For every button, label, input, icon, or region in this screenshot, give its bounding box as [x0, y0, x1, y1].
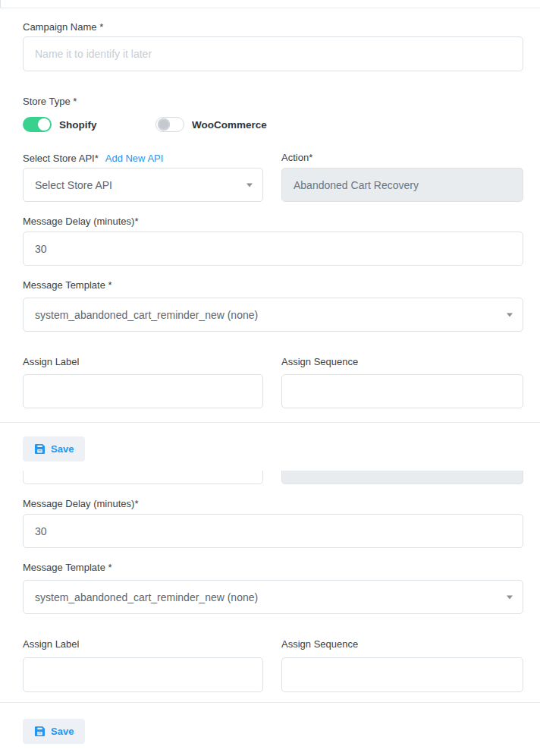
card-left-edge-tick — [0, 0, 1, 8]
woocommerce-toggle-label: WooCommerce — [192, 119, 267, 131]
chevron-down-icon — [246, 183, 253, 187]
store-type-woocommerce-option[interactable]: WooCommerce — [155, 117, 267, 132]
message-template-selected-value: system_abandoned_cart_reminder_new (none… — [35, 591, 511, 603]
action-label: Action* — [281, 153, 312, 163]
select-store-api-label: Select Store API* — [23, 153, 99, 164]
select-store-api-dropdown-clipped[interactable] — [23, 471, 263, 484]
message-delay-label: Message Delay (minutes)* — [23, 499, 138, 509]
save-button-label: Save — [51, 443, 74, 455]
campaign-form-page: Campaign Name * Store Type * Shopify Woo… — [0, 0, 540, 756]
select-store-api-selected-value: Select Store API — [35, 179, 251, 191]
assign-sequence-input[interactable] — [281, 657, 523, 692]
message-template-dropdown[interactable]: system_abandoned_cart_reminder_new (none… — [23, 580, 523, 614]
assign-sequence-label: Assign Sequence — [281, 357, 358, 367]
card-footer-border — [0, 702, 540, 703]
shopify-toggle[interactable] — [23, 117, 52, 132]
shopify-toggle-label: Shopify — [59, 119, 97, 131]
card-footer-border — [0, 422, 540, 423]
floppy-disk-icon — [34, 443, 46, 455]
message-template-label: Message Template * — [23, 280, 112, 291]
add-new-api-link[interactable]: Add New API — [105, 153, 164, 164]
assign-label-input[interactable] — [23, 657, 263, 692]
chevron-down-icon — [507, 595, 513, 599]
save-button-label: Save — [51, 726, 74, 737]
action-field: Abandoned Cart Recovery — [281, 168, 523, 202]
message-delay-input[interactable] — [23, 514, 523, 548]
assign-label-label: Assign Label — [23, 357, 79, 367]
message-template-label: Message Template * — [23, 562, 112, 573]
action-value: Abandoned Cart Recovery — [294, 179, 419, 191]
chevron-down-icon — [507, 313, 513, 317]
message-template-dropdown[interactable]: system_abandoned_cart_reminder_new (none… — [23, 298, 523, 332]
select-store-api-label-row: Select Store API* Add New API — [23, 153, 163, 164]
select-store-api-dropdown[interactable]: Select Store API — [23, 168, 263, 202]
woocommerce-toggle[interactable] — [155, 117, 184, 132]
message-template-selected-value: system_abandoned_cart_reminder_new (none… — [35, 309, 511, 321]
toggle-knob — [38, 118, 50, 131]
action-field-clipped — [281, 471, 523, 484]
assign-sequence-input[interactable] — [281, 374, 523, 408]
save-button[interactable]: Save — [23, 436, 85, 461]
campaign-name-label: Campaign Name * — [23, 22, 103, 33]
store-type-shopify-option[interactable]: Shopify — [23, 117, 97, 132]
message-delay-input[interactable] — [23, 232, 523, 266]
assign-sequence-label: Assign Sequence — [281, 639, 358, 650]
campaign-name-input[interactable] — [23, 36, 523, 71]
assign-label-label: Assign Label — [23, 639, 79, 650]
card-top-border — [0, 8, 540, 8]
floppy-disk-icon — [34, 726, 46, 737]
message-delay-label: Message Delay (minutes)* — [23, 216, 138, 227]
assign-label-input[interactable] — [23, 374, 263, 408]
store-type-label: Store Type * — [23, 96, 77, 107]
toggle-knob — [158, 118, 170, 131]
save-button[interactable]: Save — [23, 719, 85, 744]
